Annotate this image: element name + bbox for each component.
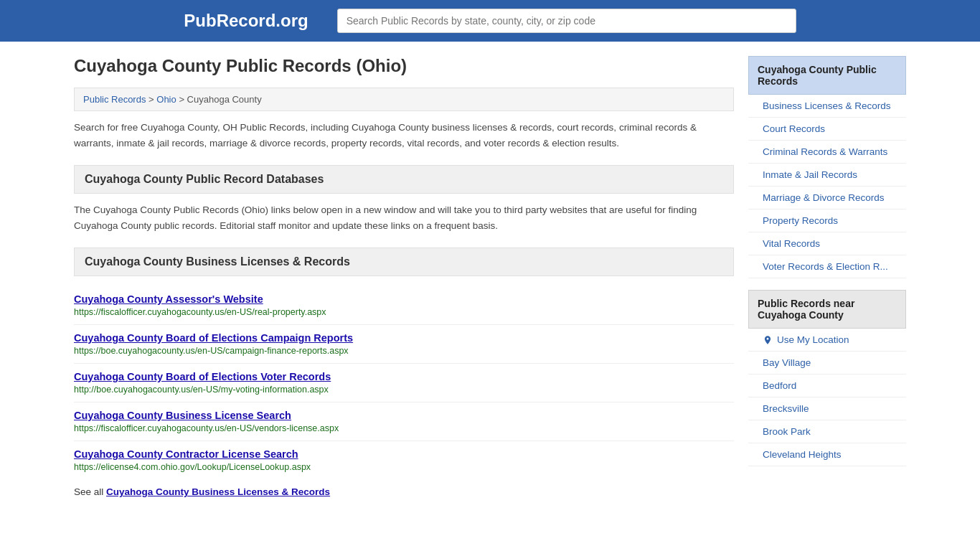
databases-intro: The Cuyahoga County Public Records (Ohio… [74,202,734,233]
sidebar-public-records-heading: Cuyahoga County Public Records [748,56,906,95]
record-title-link[interactable]: Cuyahoga County Business License Search [74,410,734,421]
site-header: PubRecord.org [0,0,980,42]
search-input[interactable] [337,9,796,33]
sidebar: Cuyahoga County Public Records Business … [748,56,906,497]
record-title-link[interactable]: Cuyahoga County Assessor's Website [74,293,734,305]
use-my-location-item[interactable]: Use My Location [748,329,906,352]
main-wrapper: Cuyahoga County Public Records (Ohio) Pu… [60,42,920,512]
record-entry: Cuyahoga County Contractor License Searc… [74,441,734,479]
record-url-link[interactable]: https://boe.cuyahogacounty.us/en-US/camp… [74,346,734,356]
record-entry: Cuyahoga County Assessor's Websitehttps:… [74,286,734,325]
record-title-link[interactable]: Cuyahoga County Board of Elections Voter… [74,371,734,382]
breadcrumb-current: Cuyahoga County [187,94,262,105]
record-entry: Cuyahoga County Board of Elections Campa… [74,325,734,364]
sidebar-nearby-item-1[interactable]: Bedford [748,375,906,397]
sidebar-nav-item-4[interactable]: Marriage & Divorce Records [748,187,906,209]
sidebar-nav-item-5[interactable]: Property Records [748,209,906,232]
breadcrumb-ohio[interactable]: Ohio [156,94,176,105]
site-logo: PubRecord.org [184,11,308,31]
sidebar-nav-list: Business Licenses & RecordsCourt Records… [748,95,906,278]
sidebar-nearby-list: Bay VillageBedfordBrecksvilleBrook ParkC… [748,352,906,466]
sidebar-nav-item-2[interactable]: Criminal Records & Warrants [748,141,906,164]
see-all-link[interactable]: Cuyahoga County Business Licenses & Reco… [106,486,330,497]
sidebar-nav-item-7[interactable]: Voter Records & Election R... [748,255,906,278]
records-list: Cuyahoga County Assessor's Websitehttps:… [74,286,734,479]
sidebar-nearby-item-4[interactable]: Cleveland Heights [748,443,906,466]
page-intro: Search for free Cuyahoga County, OH Publ… [74,120,734,151]
sidebar-public-records-section: Cuyahoga County Public Records Business … [748,56,906,278]
use-my-location-label: Use My Location [777,334,849,345]
sidebar-nav-item-1[interactable]: Court Records [748,118,906,141]
record-url-link[interactable]: https://elicense4.com.ohio.gov/Lookup/Li… [74,462,734,472]
record-title-link[interactable]: Cuyahoga County Contractor License Searc… [74,448,734,460]
breadcrumb: Public Records > Ohio > Cuyahoga County [74,88,734,111]
sidebar-nearby-item-3[interactable]: Brook Park [748,420,906,443]
sidebar-nearby-item-2[interactable]: Brecksville [748,397,906,420]
record-url-link[interactable]: http://boe.cuyahogacounty.us/en-US/my-vo… [74,385,734,395]
business-section-heading: Cuyahoga County Business Licenses & Reco… [74,248,734,276]
sidebar-nav-item-6[interactable]: Vital Records [748,232,906,255]
databases-heading: Cuyahoga County Public Record Databases [74,165,734,194]
breadcrumb-public-records[interactable]: Public Records [83,94,146,105]
sidebar-nearby-heading: Public Records near Cuyahoga County [748,290,906,329]
sidebar-nearby-item-0[interactable]: Bay Village [748,352,906,375]
page-title: Cuyahoga County Public Records (Ohio) [74,56,734,76]
record-entry: Cuyahoga County Board of Elections Voter… [74,364,734,402]
sidebar-nearby-section: Public Records near Cuyahoga County Use … [748,290,906,466]
record-title-link[interactable]: Cuyahoga County Board of Elections Campa… [74,332,734,344]
record-url-link[interactable]: https://fiscalofficer.cuyahogacounty.us/… [74,423,734,433]
sidebar-nav-item-3[interactable]: Inmate & Jail Records [748,164,906,187]
location-icon [763,335,773,345]
record-url-link[interactable]: https://fiscalofficer.cuyahogacounty.us/… [74,307,734,317]
content-area: Cuyahoga County Public Records (Ohio) Pu… [74,56,734,497]
sidebar-nav-item-0[interactable]: Business Licenses & Records [748,95,906,118]
record-entry: Cuyahoga County Business License Searchh… [74,402,734,441]
see-all-text: See all Cuyahoga County Business License… [74,486,734,497]
